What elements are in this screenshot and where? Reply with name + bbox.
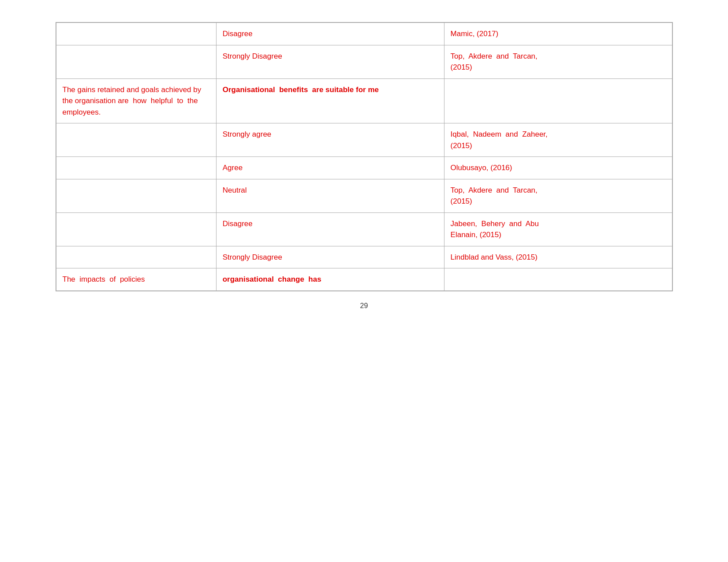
- neutral-label: Neutral: [223, 186, 247, 194]
- ref-top-akdere-tarcan-2: Top, Akdere and Tarcan,(2015): [451, 186, 538, 206]
- strongly-disagree-label-2: Strongly Disagree: [223, 253, 282, 261]
- disagree-label-1: Disagree: [223, 30, 253, 38]
- table-row: Disagree Mamic, (2017): [56, 23, 672, 45]
- cell-col1-row5: [56, 157, 216, 179]
- cell-col3-row5: Olubusayo, (2016): [444, 157, 672, 179]
- cell-col2-row4: Strongly agree: [216, 123, 444, 157]
- table-row: Strongly agree Iqbal, Nadeem and Zaheer,…: [56, 123, 672, 157]
- ref-olubusayo-2016: Olubusayo, (2016): [451, 164, 512, 172]
- cell-col3-row6: Top, Akdere and Tarcan,(2015): [444, 179, 672, 212]
- impacts-policies-text: The impacts of policies: [63, 275, 145, 283]
- cell-col1-row1: [56, 23, 216, 45]
- cell-col2-row1: Disagree: [216, 23, 444, 45]
- cell-col2-row8: Strongly Disagree: [216, 246, 444, 268]
- cell-col2-row9: organisational change has: [216, 268, 444, 291]
- cell-col3-row2: Top, Akdere and Tarcan,(2015): [444, 45, 672, 78]
- table-row-section-header: The gains retained and goals achieved by…: [56, 78, 672, 123]
- strongly-agree-label: Strongly agree: [223, 130, 272, 138]
- organisational-benefits-header: Organisational benefits are suitable for…: [223, 86, 379, 94]
- main-table: Disagree Mamic, (2017) Strongly Disagree…: [56, 22, 672, 291]
- cell-col1-row6: [56, 179, 216, 212]
- cell-col3-row3: [444, 78, 672, 123]
- cell-col2-row3: Organisational benefits are suitable for…: [216, 78, 444, 123]
- cell-col1-row3: The gains retained and goals achieved by…: [56, 78, 216, 123]
- table-row: Disagree Jabeen, Behery and AbuElanain, …: [56, 212, 672, 246]
- table-row: Strongly Disagree Lindblad and Vass, (20…: [56, 246, 672, 268]
- cell-col3-row4: Iqbal, Nadeem and Zaheer,(2015): [444, 123, 672, 157]
- organisational-change-has-text: organisational change has: [223, 275, 321, 283]
- ref-top-akdere-tarcan-1: Top, Akdere and Tarcan,(2015): [451, 52, 538, 72]
- cell-col3-row1: Mamic, (2017): [444, 23, 672, 45]
- cell-col2-row5: Agree: [216, 157, 444, 179]
- ref-lindblad-vass-2015: Lindblad and Vass, (2015): [451, 253, 538, 261]
- table-wrapper: Disagree Mamic, (2017) Strongly Disagree…: [56, 22, 673, 291]
- table-row: Neutral Top, Akdere and Tarcan,(2015): [56, 179, 672, 212]
- cell-col1-row2: [56, 45, 216, 78]
- table-row-last: The impacts of policies organisational c…: [56, 268, 672, 291]
- cell-col3-row9: [444, 268, 672, 291]
- cell-col2-row2: Strongly Disagree: [216, 45, 444, 78]
- agree-label: Agree: [223, 164, 243, 172]
- ref-jabeen-behery-abu-elanain: Jabeen, Behery and AbuElanain, (2015): [451, 220, 539, 239]
- page-container: Disagree Mamic, (2017) Strongly Disagree…: [0, 9, 728, 310]
- ref-iqbal-nadeem-zaheer: Iqbal, Nadeem and Zaheer,(2015): [451, 130, 548, 150]
- cell-col3-row7: Jabeen, Behery and AbuElanain, (2015): [444, 212, 672, 246]
- cell-col1-row7: [56, 212, 216, 246]
- cell-col2-row7: Disagree: [216, 212, 444, 246]
- cell-col1-row4: [56, 123, 216, 157]
- table-row: Agree Olubusayo, (2016): [56, 157, 672, 179]
- section-desc-gains: The gains retained and goals achieved by…: [63, 86, 202, 116]
- cell-col2-row6: Neutral: [216, 179, 444, 212]
- cell-col1-row8: [56, 246, 216, 268]
- disagree-label-2: Disagree: [223, 220, 253, 228]
- strongly-disagree-label-1: Strongly Disagree: [223, 52, 282, 60]
- page-number: 29: [360, 302, 368, 310]
- cell-col1-row9: The impacts of policies: [56, 268, 216, 291]
- ref-mamic-2017: Mamic, (2017): [451, 30, 499, 38]
- table-row: Strongly Disagree Top, Akdere and Tarcan…: [56, 45, 672, 78]
- cell-col3-row8: Lindblad and Vass, (2015): [444, 246, 672, 268]
